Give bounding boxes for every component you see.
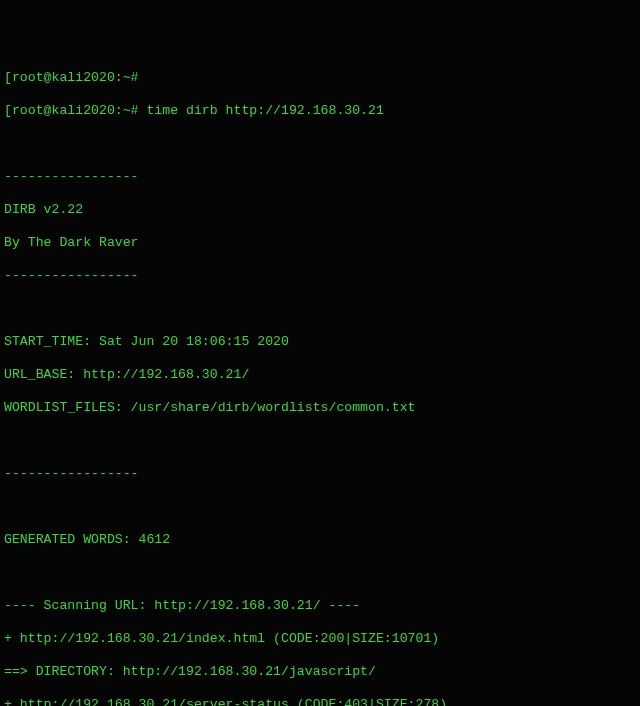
- blank: [4, 565, 636, 582]
- banner-author: By The Dark Raver: [4, 235, 636, 252]
- blank: [4, 301, 636, 318]
- hit-server-status: + http://192.168.30.21/server-status (CO…: [4, 697, 636, 706]
- separator: -----------------: [4, 268, 636, 285]
- blank: [4, 136, 636, 153]
- blank: [4, 433, 636, 450]
- scanning-url: ---- Scanning URL: http://192.168.30.21/…: [4, 598, 636, 615]
- wordlist-files: WORDLIST_FILES: /usr/share/dirb/wordlist…: [4, 400, 636, 417]
- dir-listing: ==> DIRECTORY: http://192.168.30.21/java…: [4, 664, 636, 681]
- separator: -----------------: [4, 169, 636, 186]
- url-base: URL_BASE: http://192.168.30.21/: [4, 367, 636, 384]
- separator: -----------------: [4, 466, 636, 483]
- command-input[interactable]: [root@kali2020:~# time dirb http://192.1…: [4, 103, 636, 120]
- blank: [4, 499, 636, 516]
- hit-index: + http://192.168.30.21/index.html (CODE:…: [4, 631, 636, 648]
- start-time: START_TIME: Sat Jun 20 18:06:15 2020: [4, 334, 636, 351]
- prompt-initial: [root@kali2020:~#: [4, 70, 636, 87]
- generated-words: GENERATED WORDS: 4612: [4, 532, 636, 549]
- banner-title: DIRB v2.22: [4, 202, 636, 219]
